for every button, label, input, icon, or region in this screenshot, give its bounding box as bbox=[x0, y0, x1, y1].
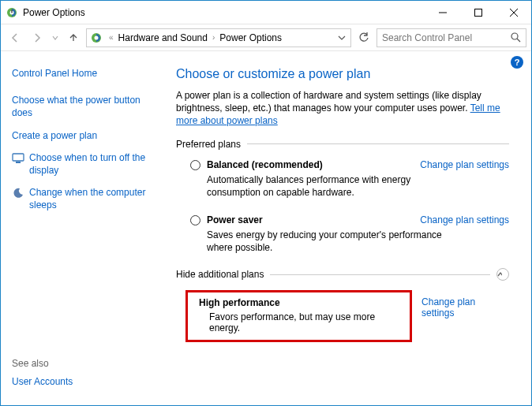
plan-balanced: Balanced (recommended) Change plan setti… bbox=[176, 153, 509, 208]
help-icon[interactable]: ? bbox=[511, 56, 523, 69]
highlight-box: High performance Favors performance, but… bbox=[185, 290, 412, 342]
plan-desc: Favors performance, but may use more ene… bbox=[209, 311, 405, 333]
breadcrumb-item[interactable]: Hardware and Sound bbox=[118, 32, 208, 43]
control-panel-home-link[interactable]: Control Panel Home bbox=[12, 67, 159, 80]
page-heading: Choose or customize a power plan bbox=[176, 67, 509, 81]
hide-additional-label[interactable]: Hide additional plans bbox=[176, 268, 509, 281]
content-body: ? Control Panel Home Choose what the pow… bbox=[1, 51, 531, 405]
preferred-plans-label: Preferred plans bbox=[176, 139, 509, 150]
additional-plans: High performance Favors performance, but… bbox=[176, 284, 509, 342]
divider bbox=[247, 143, 509, 144]
svg-rect-2 bbox=[11, 9, 12, 13]
navbar: « Hardware and Sound › Power Options Sea… bbox=[1, 24, 531, 51]
svg-line-10 bbox=[517, 39, 520, 42]
sidebar: Control Panel Home Choose what the power… bbox=[1, 51, 167, 405]
back-button[interactable] bbox=[6, 28, 24, 47]
plan-name[interactable]: Balanced (recommended) bbox=[207, 159, 420, 170]
collapse-icon[interactable] bbox=[496, 268, 509, 281]
svg-rect-12 bbox=[16, 162, 21, 163]
svg-rect-4 bbox=[474, 9, 481, 16]
see-also-section: See also User Accounts bbox=[12, 342, 159, 397]
computer-sleeps-link[interactable]: Change when the computer sleeps bbox=[29, 186, 159, 211]
search-input[interactable]: Search Control Panel bbox=[377, 28, 526, 47]
plan-desc: Automatically balances performance with … bbox=[207, 173, 444, 199]
plan-desc: Saves energy by reducing your computer's… bbox=[207, 229, 444, 254]
change-plan-settings-link[interactable]: Change plan settings bbox=[412, 296, 509, 318]
intro-text: A power plan is a collection of hardware… bbox=[176, 89, 509, 128]
display-icon bbox=[12, 152, 24, 165]
power-options-icon bbox=[6, 6, 18, 19]
change-plan-settings-link[interactable]: Change plan settings bbox=[420, 159, 509, 170]
turn-off-display-link[interactable]: Choose when to turn off the display bbox=[29, 151, 159, 177]
plan-power-saver: Power saver Change plan settings Saves e… bbox=[176, 208, 509, 263]
window-title: Power Options bbox=[23, 7, 425, 18]
breadcrumb[interactable]: « Hardware and Sound › Power Options bbox=[86, 28, 351, 47]
radio-power-saver[interactable] bbox=[190, 215, 200, 225]
refresh-button[interactable] bbox=[354, 28, 373, 47]
power-options-icon bbox=[90, 32, 103, 44]
radio-balanced[interactable] bbox=[190, 160, 200, 170]
svg-point-9 bbox=[511, 33, 518, 39]
forward-button[interactable] bbox=[28, 28, 47, 47]
main-content: Choose or customize a power plan A power… bbox=[167, 51, 531, 405]
change-plan-settings-link[interactable]: Change plan settings bbox=[420, 214, 509, 225]
breadcrumb-sep: « bbox=[106, 33, 117, 42]
svg-rect-11 bbox=[13, 154, 24, 161]
breadcrumb-dropdown[interactable] bbox=[335, 34, 349, 42]
maximize-button[interactable] bbox=[460, 1, 496, 24]
breadcrumb-item[interactable]: Power Options bbox=[219, 32, 282, 43]
moon-icon bbox=[12, 187, 24, 199]
user-accounts-link[interactable]: User Accounts bbox=[12, 375, 159, 388]
window: Power Options bbox=[0, 0, 532, 406]
search-placeholder: Search Control Panel bbox=[382, 32, 511, 43]
recent-dropdown[interactable] bbox=[50, 28, 61, 47]
choose-power-button-link[interactable]: Choose what the power button does bbox=[12, 94, 159, 119]
plan-name[interactable]: Power saver bbox=[207, 214, 420, 225]
chevron-right-icon: › bbox=[209, 33, 218, 42]
search-icon bbox=[511, 32, 521, 43]
titlebar: Power Options bbox=[1, 1, 531, 24]
create-power-plan-link[interactable]: Create a power plan bbox=[12, 129, 159, 142]
minimize-button[interactable] bbox=[425, 1, 460, 24]
svg-point-8 bbox=[95, 35, 99, 39]
plan-name[interactable]: High performance bbox=[199, 297, 280, 308]
up-button[interactable] bbox=[64, 28, 83, 47]
see-also-label: See also bbox=[12, 358, 159, 369]
divider bbox=[270, 274, 490, 275]
close-button[interactable] bbox=[496, 1, 531, 24]
